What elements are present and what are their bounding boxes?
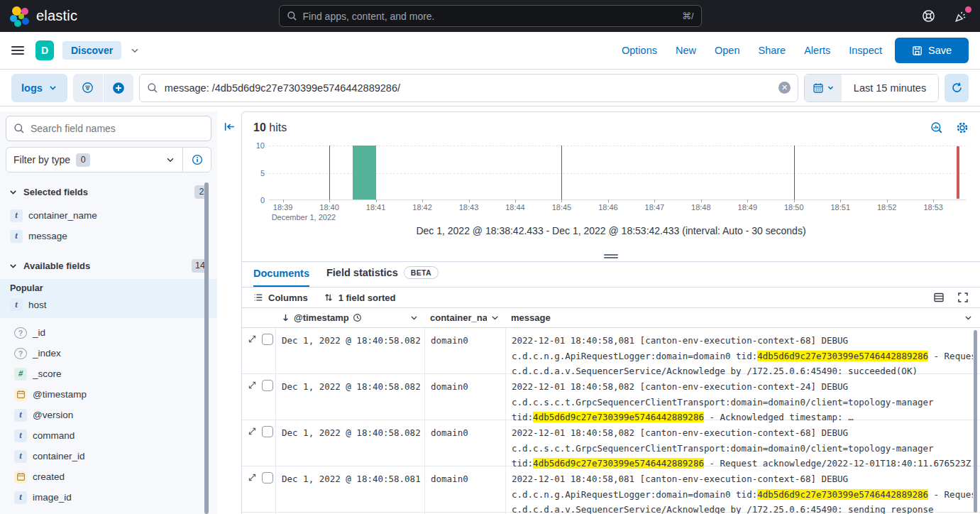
string-type-icon: t	[14, 450, 27, 463]
clear-query-icon[interactable]: ✕	[778, 82, 791, 94]
help-icon[interactable]	[919, 7, 937, 26]
tab-field-statistics[interactable]: Field statistics BETA	[326, 266, 439, 287]
chart-inspect-icon[interactable]	[930, 121, 943, 134]
timestamp-cell[interactable]: Dec 1, 2022 @ 18:40:58.082	[275, 374, 424, 420]
column-header-timestamp[interactable]: @timestamp	[275, 312, 424, 323]
x-tick	[561, 199, 562, 202]
column-header-message[interactable]: message	[505, 312, 980, 323]
refresh-button[interactable]	[945, 74, 969, 102]
row-checkbox[interactable]	[262, 334, 273, 345]
message-line: 2022-12-01 18:40:58,082 [canton-env-exec…	[512, 425, 973, 441]
row-controls	[242, 328, 275, 373]
row-checkbox[interactable]	[262, 380, 273, 391]
gear-icon[interactable]	[956, 121, 969, 134]
available-fields-header[interactable]: Available fields 14	[6, 258, 211, 273]
header-menu-item-inspect[interactable]: Inspect	[849, 45, 882, 56]
save-button[interactable]: Save	[895, 38, 969, 63]
highlighted-match: 4db5d6d9c27e730399e5746442889286	[757, 351, 928, 361]
tab-documents[interactable]: Documents	[253, 268, 309, 287]
expand-row-icon[interactable]	[248, 427, 257, 466]
x-axis-label: 18:52	[877, 203, 897, 212]
column-menu-icon[interactable]	[964, 313, 973, 322]
field-item-host[interactable]: thost	[10, 295, 207, 314]
field-item-@version[interactable]: t@version	[10, 405, 207, 425]
meta-type-icon: ?	[14, 348, 27, 359]
chevron-down-icon[interactable]	[130, 45, 140, 55]
elastic-logo[interactable]: elastic	[10, 6, 77, 27]
field-item-command[interactable]: tcommand	[10, 425, 207, 446]
message-cell[interactable]: 2022-12-01 18:40:58,082 [canton-env-exec…	[505, 420, 980, 466]
x-tick	[654, 199, 655, 202]
expand-row-icon[interactable]	[248, 473, 257, 512]
container-name-cell[interactable]: domain0	[424, 420, 505, 466]
sidebar-scrollbar[interactable]	[204, 182, 209, 514]
histogram-chart[interactable]: 0510 18:3918:4018:4118:4218:4318:4418:45…	[242, 146, 980, 213]
expand-row-icon[interactable]	[248, 381, 257, 420]
table-row: Dec 1, 2022 @ 18:40:58.082domain02022-12…	[242, 420, 980, 466]
timestamp-cell[interactable]: Dec 1, 2022 @ 18:40:58.081	[275, 466, 424, 512]
message-line: 2022-12-01 18:40:58,082 [canton-env-exec…	[512, 379, 973, 395]
calendar-dropdown[interactable]	[805, 75, 842, 102]
row-controls	[242, 374, 275, 420]
grid-scrollbar[interactable]	[974, 330, 977, 513]
container-name-cell[interactable]: domain0	[424, 466, 505, 512]
app-header: D Discover OptionsNewOpenShareAlertsInsp…	[0, 32, 980, 70]
fullscreen-icon[interactable]	[957, 292, 969, 303]
selected-fields-header[interactable]: Selected fields 2	[6, 184, 211, 199]
field-item-created[interactable]: created	[10, 466, 207, 487]
row-controls	[242, 420, 275, 466]
string-type-icon: t	[14, 491, 27, 504]
field-item-image_id[interactable]: timage_id	[10, 487, 207, 508]
message-cell[interactable]: 2022-12-01 18:40:58,081 [canton-env-exec…	[505, 466, 980, 512]
resize-handle[interactable]	[604, 253, 618, 260]
data-view-picker[interactable]: logs	[11, 74, 67, 102]
field-item-_score[interactable]: #_score	[10, 363, 207, 384]
columns-button[interactable]: Columns	[253, 292, 308, 303]
query-input[interactable]	[165, 82, 772, 94]
timestamp-cell[interactable]: Dec 1, 2022 @ 18:40:58.082	[275, 420, 424, 466]
x-axis-label: 18:43	[459, 203, 479, 212]
field-name: container_name	[28, 210, 97, 221]
field-item-_id[interactable]: ?_id	[10, 322, 207, 343]
timestamp-cell[interactable]: Dec 1, 2022 @ 18:40:58.082	[275, 328, 424, 373]
container-name-cell[interactable]: domain0	[424, 328, 505, 373]
message-cell[interactable]: 2022-12-01 18:40:58,081 [canton-env-exec…	[505, 328, 980, 373]
header-menu-item-alerts[interactable]: Alerts	[804, 45, 830, 56]
field-item-container_name[interactable]: tcontainer_name	[6, 205, 211, 226]
space-badge[interactable]: D	[35, 40, 54, 60]
header-menu-item-share[interactable]: Share	[758, 45, 786, 56]
x-tick	[422, 199, 423, 202]
header-menu-item-options[interactable]: Options	[622, 45, 657, 56]
histogram-bar[interactable]	[353, 146, 376, 199]
string-type-icon: t	[10, 209, 23, 222]
collapse-sidebar-icon[interactable]	[220, 117, 238, 136]
field-item-message[interactable]: tmessage	[6, 226, 211, 246]
column-header-container-name[interactable]: container_na...	[424, 312, 505, 323]
field-info-icon[interactable]	[182, 148, 211, 172]
header-menu-item-new[interactable]: New	[676, 45, 696, 56]
header-menu-item-open[interactable]: Open	[715, 45, 739, 56]
column-menu-icon[interactable]	[409, 313, 419, 322]
container-name-cell[interactable]: domain0	[424, 374, 505, 420]
breadcrumb[interactable]: Discover	[62, 41, 121, 60]
column-menu-icon[interactable]	[490, 313, 500, 322]
message-cell[interactable]: 2022-12-01 18:40:58,082 [canton-env-exec…	[505, 374, 980, 420]
display-options-icon[interactable]	[933, 292, 945, 303]
add-filter-icon[interactable]	[104, 74, 133, 102]
news-icon[interactable]	[952, 7, 970, 26]
global-header: elastic Find apps, content, and more. ⌘/	[0, 0, 980, 32]
row-checkbox[interactable]	[262, 472, 273, 483]
field-item-_index[interactable]: ?_index	[10, 343, 207, 363]
field-item-container_id[interactable]: tcontainer_id	[10, 446, 207, 466]
menu-icon[interactable]	[11, 46, 24, 55]
field-name: _index	[33, 348, 61, 359]
saved-query-icon[interactable]	[73, 74, 103, 102]
field-search-input[interactable]	[31, 123, 204, 134]
global-search-input[interactable]: Find apps, content, and more. ⌘/	[279, 5, 702, 27]
sort-fields-button[interactable]: 1 field sorted	[324, 292, 396, 303]
row-checkbox[interactable]	[262, 426, 273, 437]
field-item-@timestamp[interactable]: @timestamp	[10, 384, 207, 405]
filter-by-type-button[interactable]: Filter by type 0	[6, 153, 182, 167]
time-range-label[interactable]: Last 15 minutes	[842, 75, 938, 102]
expand-row-icon[interactable]	[248, 334, 257, 373]
